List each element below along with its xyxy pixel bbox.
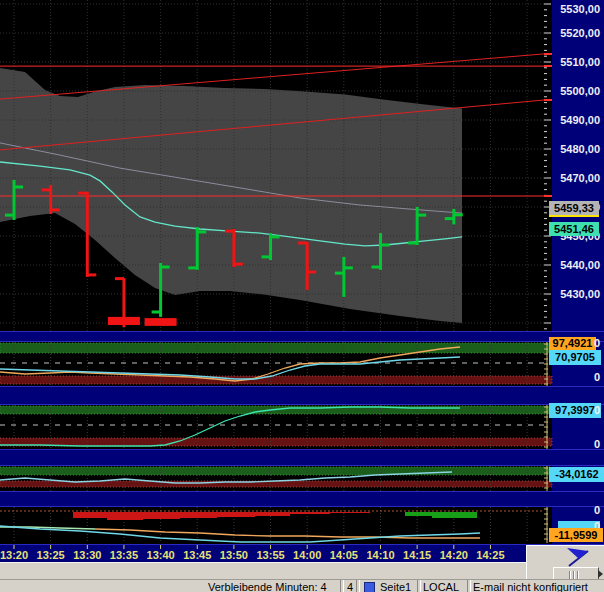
arrow-right-icon[interactable]	[598, 570, 603, 578]
indicator4-value-badge: -11,9599	[549, 528, 603, 542]
indicator3-value-badge: -34,0162	[549, 467, 604, 482]
last-price-badge: 5459,33	[549, 201, 599, 215]
time-tick-label: 13:30	[73, 549, 101, 561]
scroll-corner-panel	[526, 545, 604, 580]
blue-flag-icon[interactable]	[559, 547, 599, 567]
ma-price-badge: 5451,46	[549, 222, 599, 236]
time-tick-label: 14:20	[440, 549, 468, 561]
status-separator	[467, 580, 471, 592]
indicator2-zero-top: 0	[594, 404, 600, 416]
status-connection: LOCAL	[423, 581, 459, 592]
time-tick-label: 13:35	[110, 549, 138, 561]
indicator-pane-1	[0, 342, 552, 386]
status-email: E-mail nicht konfiguriert	[473, 581, 588, 592]
price-axis-ticks	[544, 4, 552, 329]
status-separator	[340, 580, 344, 592]
time-tick-label: 14:10	[366, 549, 394, 561]
stop-markers	[108, 317, 177, 326]
status-separator	[417, 580, 421, 592]
price-tick-label: 5520,00	[560, 27, 600, 39]
indicator-pane-2	[0, 405, 552, 449]
time-tick-label: 13:45	[183, 549, 211, 561]
price-tick-label: 5430,00	[560, 288, 600, 300]
price-tick-label: 5510,00	[560, 56, 600, 68]
status-remaining-minutes: Verbleibende Minuten: 4	[208, 581, 327, 592]
status-bar: Verbleibende Minuten: 4 4 Seite1 LOCAL E…	[0, 579, 604, 592]
time-tick-label: 13:20	[0, 549, 28, 561]
time-tick-label: 13:50	[220, 549, 248, 561]
status-separator	[356, 580, 360, 592]
chart-graphics	[0, 0, 604, 592]
indicator1-d-badge: 70,9705	[549, 350, 601, 365]
indicator-pane-3	[0, 466, 552, 491]
time-tick-label: 13:55	[256, 549, 284, 561]
scrollbar-grip-icon	[569, 571, 581, 579]
indicator-pane-4	[0, 507, 548, 543]
time-tick-label: 13:25	[37, 549, 65, 561]
last-price-underline	[549, 215, 599, 217]
status-count: 4	[347, 581, 353, 592]
trading-chart-window: 5530,005520,005510,005500,005490,005480,…	[0, 0, 604, 592]
indicator4-zero-top: 0	[594, 504, 600, 516]
time-tick-label: 13:40	[147, 549, 175, 561]
bottom-strip	[0, 562, 604, 580]
time-tick-label: 14:00	[293, 549, 321, 561]
indicator1-zero-bottom: 0	[594, 371, 600, 383]
price-tick-label: 5440,00	[560, 259, 600, 271]
indicator1-k-badge: 97,4921	[549, 337, 596, 350]
price-tick-label: 5480,00	[560, 143, 600, 155]
status-page: Seite1	[380, 581, 411, 592]
indicator2-zero-bottom: 0	[594, 438, 600, 450]
time-tick-label: 14:05	[330, 549, 358, 561]
price-tick-label: 5500,00	[560, 85, 600, 97]
time-tick-label: 14:15	[403, 549, 431, 561]
indicator1-zero-top: 0	[594, 337, 600, 349]
time-tick-label: 14:25	[476, 549, 504, 561]
price-tick-label: 5490,00	[560, 114, 600, 126]
price-tick-label: 5530,00	[560, 3, 600, 15]
price-tick-label: 5470,00	[560, 172, 600, 184]
blue-square-icon	[364, 582, 375, 592]
